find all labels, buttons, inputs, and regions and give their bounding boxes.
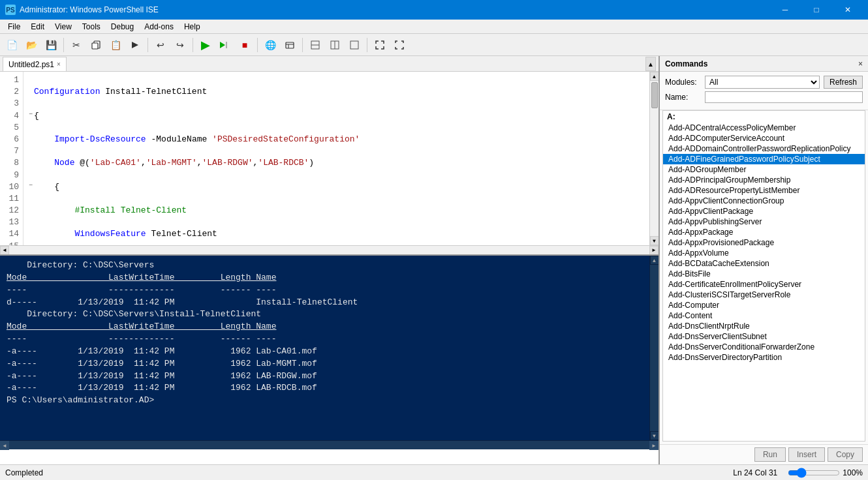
cmd-item-8[interactable]: Add-AppvClientConnectionGroup <box>663 196 865 206</box>
script-button[interactable] <box>126 36 144 54</box>
menu-help[interactable]: Help <box>179 21 206 33</box>
cmd-item-2[interactable]: Add-ADComputerServiceAccount <box>663 133 865 143</box>
menu-file[interactable]: File <box>3 21 25 33</box>
console-content[interactable]: Directory: C:\DSC\Servers Mode LastWrite… <box>0 256 649 440</box>
new-button[interactable]: 📄 <box>3 36 21 54</box>
expand-pane-button[interactable] <box>371 36 389 54</box>
panel-btn3[interactable] <box>345 36 364 54</box>
cmd-item-9[interactable]: Add-AppvClientPackage <box>663 206 865 217</box>
h-scroll-left[interactable]: ◄ <box>0 246 9 255</box>
cut-button[interactable]: ✂ <box>67 36 85 54</box>
expand-line6[interactable] <box>29 205 33 214</box>
h-scroll-script[interactable]: ◄ ► <box>0 245 659 254</box>
console-scroll-up[interactable]: ▲ <box>650 256 659 265</box>
cmd-item-23[interactable]: Add-DnsServerDirectoryPartition <box>663 352 865 363</box>
script-panel: 12345 678910 1112131415 Configuration In… <box>0 72 659 254</box>
console-line-4: ---- ------------- ------ ---- <box>7 284 643 297</box>
cmd-item-18[interactable]: Add-Computer <box>663 300 865 310</box>
cmd-item-17[interactable]: Add-ClusteriSCSITargetServerRole <box>663 290 865 300</box>
commands-header: Commands × <box>660 56 868 72</box>
script-scroll-down[interactable]: ▼ <box>650 236 659 245</box>
cmd-item-3[interactable]: Add-ADDomainControllerPasswordReplicatio… <box>663 143 865 154</box>
expand-line3[interactable] <box>29 134 33 143</box>
expand-line2[interactable]: − <box>29 110 33 119</box>
console-hscroll-left[interactable]: ◄ <box>0 441 9 450</box>
cmd-item-5[interactable]: Add-ADGroupMember <box>663 164 865 175</box>
stop-button[interactable]: ■ <box>236 36 254 54</box>
cmd-item-6[interactable]: Add-ADPrincipalGroupMembership <box>663 175 865 185</box>
expand-line7[interactable] <box>29 228 33 237</box>
zoom-range[interactable] <box>788 468 840 478</box>
copy-cmd-button[interactable]: Copy <box>828 447 863 462</box>
save-button[interactable]: 💾 <box>42 36 60 54</box>
console-line-13: -a---- 1/13/2019 11:42 PM 1962 Lab-MGMT.… <box>7 358 643 370</box>
toolbar-sep5 <box>302 38 303 52</box>
panel-btn2[interactable] <box>326 36 344 54</box>
cmd-item-1[interactable]: Add-ADCentralAccessPolicyMember <box>663 123 865 133</box>
toolbar-sep6 <box>367 38 367 52</box>
cmd-item-22[interactable]: Add-DnsServerConditionalForwarderZone <box>663 342 865 352</box>
menu-view[interactable]: View <box>50 21 77 33</box>
commands-list[interactable]: A: Add-ADCentralAccessPolicyMember Add-A… <box>662 110 865 442</box>
cmd-item-4[interactable]: Add-ADFineGrainedPasswordPolicySubject <box>663 154 865 164</box>
cmd-item-21[interactable]: Add-DnsServerClientSubnet <box>663 331 865 342</box>
open-button[interactable]: 📂 <box>22 36 40 54</box>
script-scrollbar[interactable]: ▲ ▼ <box>649 72 659 245</box>
tab-close-button[interactable]: × <box>57 61 61 68</box>
cmd-item-15[interactable]: Add-BitsFile <box>663 269 865 279</box>
paste-button[interactable]: 📋 <box>106 36 125 54</box>
console-line-10: Mode LastWriteTime Length Name <box>7 321 643 333</box>
menu-addons[interactable]: Add-ons <box>139 21 179 33</box>
cmd-item-13[interactable]: Add-AppxVolume <box>663 248 865 258</box>
cmd-item-11[interactable]: Add-AppxPackage <box>663 227 865 237</box>
svg-rect-1 <box>92 43 98 49</box>
cmd-item-19[interactable]: Add-Content <box>663 310 865 321</box>
panel-btn1[interactable] <box>306 36 324 54</box>
window-controls: ─ □ ✕ <box>770 0 863 20</box>
menu-tools[interactable]: Tools <box>77 21 106 33</box>
script-scroll-thumb[interactable] <box>651 82 658 108</box>
insert-cmd-button[interactable]: Insert <box>788 447 825 462</box>
tab-scroll-up[interactable]: ▲ <box>645 57 656 71</box>
expand-line5[interactable]: − <box>29 181 33 190</box>
undo-button[interactable]: ↩ <box>151 36 170 54</box>
globe-button[interactable]: 🌐 <box>261 36 279 54</box>
cmd-item-16[interactable]: Add-CertificateEnrollmentPolicyServer <box>663 279 865 290</box>
cmd-item-14[interactable]: Add-BCDataCacheExtension <box>663 258 865 269</box>
console-line-5: d----- 1/13/2019 11:42 PM Install-Telnet… <box>7 297 643 309</box>
console-hscroll-right[interactable]: ► <box>649 441 659 450</box>
expand-line1[interactable] <box>29 86 33 95</box>
cmd-item-10[interactable]: Add-AppvPublishingServer <box>663 217 865 227</box>
close-button[interactable]: ✕ <box>833 0 863 20</box>
run-cmd-button[interactable]: Run <box>754 447 786 462</box>
commands-title: Commands <box>665 59 707 68</box>
script-scroll-up[interactable]: ▲ <box>650 72 659 81</box>
copy-button[interactable] <box>87 36 105 54</box>
editor-tab[interactable]: Untitled2.ps1 × <box>3 57 67 71</box>
open-script-button[interactable] <box>281 36 299 54</box>
collapse-pane-button[interactable] <box>390 36 409 54</box>
modules-select[interactable]: All <box>705 76 820 89</box>
minimize-button[interactable]: ─ <box>770 0 800 20</box>
maximize-button[interactable]: □ <box>801 0 831 20</box>
redo-button[interactable]: ↪ <box>171 36 189 54</box>
code-area[interactable]: Configuration Install-TelnetClient −{ Im… <box>23 72 649 245</box>
run-selection-button[interactable] <box>216 36 234 54</box>
h-scroll-console[interactable]: ◄ ► <box>0 440 659 449</box>
menu-debug[interactable]: Debug <box>106 21 139 33</box>
toolbar-sep3 <box>193 38 193 52</box>
name-input[interactable] <box>705 91 863 103</box>
cmd-item-12[interactable]: Add-AppxProvisionedPackage <box>663 237 865 248</box>
cmd-item-7[interactable]: Add-ADResourcePropertyListMember <box>663 185 865 196</box>
toolbar-sep1 <box>63 38 64 52</box>
console-scroll-down[interactable]: ▼ <box>650 431 659 440</box>
menu-edit[interactable]: Edit <box>25 21 50 33</box>
expand-line4[interactable] <box>29 157 33 166</box>
cmd-item-20[interactable]: Add-DnsClientNrptRule <box>663 321 865 331</box>
h-scroll-right[interactable]: ► <box>649 246 659 255</box>
modules-row: Modules: All Refresh <box>665 76 863 89</box>
run-button[interactable]: ▶ <box>196 36 215 54</box>
console-scrollbar[interactable]: ▲ ▼ <box>649 256 659 440</box>
refresh-button[interactable]: Refresh <box>824 76 863 89</box>
commands-close-button[interactable]: × <box>858 59 863 68</box>
